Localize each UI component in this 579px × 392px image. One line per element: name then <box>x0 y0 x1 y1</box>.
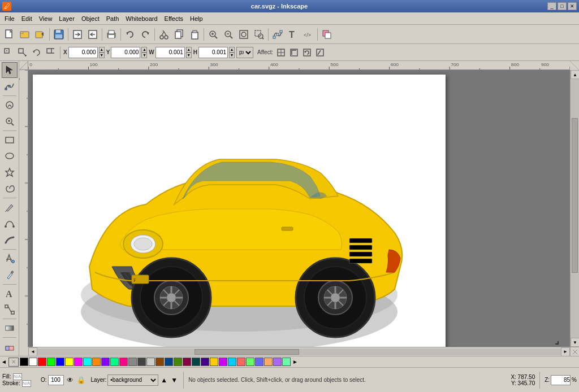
xml-editor-button[interactable]: </> <box>301 27 316 42</box>
layer-select[interactable]: •background <box>107 374 158 386</box>
save-button[interactable] <box>51 27 66 42</box>
w-input[interactable] <box>155 47 185 58</box>
color-swatch-olive-green[interactable] <box>174 358 182 366</box>
node-tool-button[interactable] <box>270 27 285 42</box>
scroll-vertical-track[interactable] <box>571 79 579 338</box>
import-button[interactable] <box>70 27 85 42</box>
select-tool[interactable] <box>2 62 18 78</box>
menu-edit[interactable]: Edit <box>18 14 36 23</box>
new-button[interactable] <box>2 27 17 42</box>
color-swatch-yellow[interactable] <box>65 358 74 366</box>
x-input[interactable] <box>68 47 98 58</box>
scroll-right-button[interactable]: ► <box>561 347 570 356</box>
color-swatch-rose[interactable] <box>119 358 128 366</box>
color-swatch-teal-dark[interactable] <box>192 358 200 366</box>
color-swatch-gold[interactable] <box>210 358 218 366</box>
scroll-horizontal-track[interactable] <box>37 349 561 355</box>
scroll-vertical-thumb[interactable] <box>572 118 578 273</box>
close-button[interactable]: ✕ <box>568 2 577 10</box>
color-swatch-gray[interactable] <box>128 358 137 366</box>
eraser-tool[interactable] <box>2 339 18 355</box>
lock-button[interactable]: 🔒 <box>76 375 87 385</box>
affect-rotate[interactable] <box>301 46 313 59</box>
scrollbar-vertical[interactable]: ▲ ▼ <box>570 70 579 347</box>
color-swatch-mint[interactable] <box>282 358 291 366</box>
menu-path[interactable]: Path <box>103 14 123 23</box>
color-swatch-salmon[interactable] <box>237 358 245 366</box>
color-swatch-light-green[interactable] <box>246 358 254 366</box>
color-swatch-periwinkle[interactable] <box>255 358 263 366</box>
fill-stroke-button[interactable] <box>319 27 334 42</box>
pencil-tool[interactable] <box>2 199 18 215</box>
stroke-color-indicator[interactable]: N/A <box>22 380 31 387</box>
h-input[interactable] <box>198 47 228 58</box>
spiral-tool[interactable] <box>2 181 18 197</box>
tweak-tool[interactable] <box>2 97 18 113</box>
color-swatch-peach[interactable] <box>264 358 273 366</box>
color-swatch-sky-blue[interactable] <box>228 358 236 366</box>
transform-selector[interactable] <box>2 46 15 59</box>
eye-visibility-button[interactable]: 👁 <box>65 375 75 385</box>
layer-down-button[interactable]: ▼ <box>170 376 179 384</box>
minimize-button[interactable]: _ <box>547 2 556 10</box>
bezier-tool[interactable] <box>2 216 18 232</box>
scroll-left-button[interactable]: ◄ <box>28 347 37 356</box>
open-button[interactable] <box>18 27 32 42</box>
y-spin-up[interactable]: ▲ <box>141 47 147 53</box>
color-swatch-violet[interactable] <box>201 358 209 366</box>
w-spin-up[interactable]: ▲ <box>186 47 192 53</box>
print-button[interactable] <box>104 27 119 42</box>
zoom-fit-button[interactable] <box>236 27 251 42</box>
fill-tool[interactable] <box>2 251 18 267</box>
menu-object[interactable]: Object <box>78 14 103 23</box>
fill-color-indicator[interactable]: N/A <box>13 373 22 380</box>
layer-up-button[interactable]: ▲ <box>159 376 168 384</box>
menu-layer[interactable]: Layer <box>55 14 78 23</box>
affect-position[interactable] <box>275 46 287 59</box>
x-spin-down[interactable]: ▼ <box>99 53 105 58</box>
cut-button[interactable] <box>157 27 171 42</box>
color-swatch-orange[interactable] <box>92 358 101 366</box>
color-swatch-magenta[interactable] <box>74 358 83 366</box>
gradient-tool[interactable] <box>2 320 18 336</box>
w-spin-down[interactable]: ▼ <box>186 53 192 58</box>
zoom-out-button[interactable] <box>221 27 236 42</box>
unit-select[interactable]: px mm in pt <box>236 47 253 58</box>
redo-button[interactable] <box>138 27 153 42</box>
color-swatch-lime[interactable] <box>47 358 55 366</box>
skew-tool[interactable] <box>45 46 57 59</box>
color-swatch-navy[interactable] <box>165 358 173 366</box>
color-swatch-spring-green[interactable] <box>110 358 119 366</box>
calligraphy-tool[interactable] <box>2 232 18 248</box>
affect-size[interactable] <box>288 46 300 59</box>
h-spin-down[interactable]: ▼ <box>229 53 235 58</box>
star-tool[interactable] <box>2 164 18 180</box>
color-swatch-light-gray[interactable] <box>146 358 155 366</box>
rect-tool[interactable] <box>2 132 18 148</box>
color-swatch-blue[interactable] <box>56 358 64 366</box>
color-swatch-maroon[interactable] <box>183 358 191 366</box>
zoom-selection-button[interactable] <box>252 27 266 42</box>
zoom-tool[interactable] <box>2 114 18 129</box>
color-swatch-brown[interactable] <box>155 358 164 366</box>
scale-tool[interactable] <box>16 46 29 59</box>
h-spin-up[interactable]: ▲ <box>229 47 235 53</box>
text-tool-button[interactable]: T <box>286 27 300 42</box>
palette-scroll-left[interactable]: ◄ <box>0 359 8 365</box>
y-spin-down[interactable]: ▼ <box>141 53 147 58</box>
scroll-down-button[interactable]: ▼ <box>571 338 579 347</box>
color-swatch-black[interactable] <box>20 358 28 366</box>
color-swatch-dark-gray[interactable] <box>137 358 146 366</box>
opacity-input[interactable] <box>48 375 64 385</box>
zoom-input[interactable] <box>551 375 571 385</box>
canvas-viewport[interactable]: F <box>28 70 570 347</box>
node-tool[interactable] <box>2 79 18 94</box>
zoom-in-button[interactable] <box>206 27 221 42</box>
undo-button[interactable] <box>123 27 137 42</box>
no-color-swatch[interactable]: ✕ <box>8 358 19 367</box>
color-swatch-purple[interactable] <box>101 358 110 366</box>
export-button[interactable] <box>85 27 100 42</box>
maximize-button[interactable]: □ <box>558 2 567 10</box>
x-spin-up[interactable]: ▲ <box>99 47 105 53</box>
menu-view[interactable]: View <box>36 14 56 23</box>
